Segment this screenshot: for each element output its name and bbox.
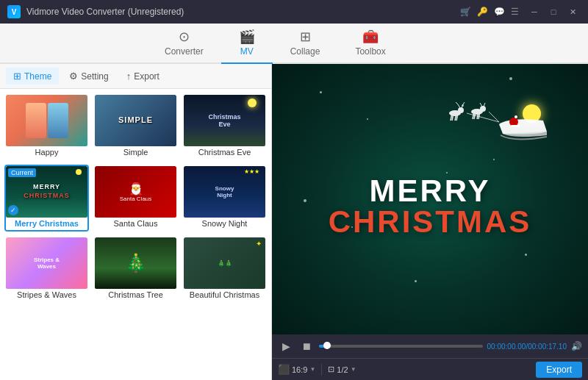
toolbox-icon: 🧰 <box>362 29 379 45</box>
title-bar: V Vidmore Video Converter (Unregistered)… <box>0 0 588 24</box>
theme-simple[interactable]: SIMPLE Simple <box>93 93 178 160</box>
cart-icon[interactable]: 🛒 <box>460 7 471 17</box>
setting-tab[interactable]: ⚙ Setting <box>62 68 115 85</box>
aspect-ratio-icon: ⬛ <box>278 364 290 375</box>
theme-beautiful-christmas-label: Beautiful Christmas <box>184 289 265 301</box>
theme-christmas-tree-thumb: 🎄 <box>95 237 176 289</box>
santa-sleigh-svg <box>440 91 573 157</box>
current-badge: Current <box>8 168 36 177</box>
setting-tab-label: Setting <box>81 71 108 82</box>
right-panel: MERRY CHRISTMAS ▶ ⏹ 00:00:00.00/00:00:17… <box>272 64 588 380</box>
app-icon: V <box>7 5 21 18</box>
svg-line-9 <box>462 104 463 108</box>
theme-beautiful-christmas-thumb: 🎄🎄 ✦ <box>184 237 265 289</box>
tab-mv[interactable]: 🎬 MV <box>221 23 273 64</box>
tab-converter-label: Converter <box>165 46 204 57</box>
svg-point-16 <box>480 106 486 112</box>
tab-toolbox[interactable]: 🧰 Toolbox <box>337 23 403 64</box>
app-title: Vidmore Video Converter (Unregistered) <box>26 7 460 17</box>
aspect-ratio-select[interactable]: ⬛ 16:9 ▼ <box>278 364 315 375</box>
copy-select[interactable]: ⊡ 1/2 ▼ <box>328 365 356 374</box>
mv-icon: 🎬 <box>239 29 255 45</box>
left-panel: ⊞ Theme ⚙ Setting ↑ Export <box>0 64 272 380</box>
svg-line-18 <box>484 103 485 107</box>
theme-santa-claus-label: Santa Claus <box>95 218 176 230</box>
export-bar: ⬛ 16:9 ▼ ⊡ 1/2 ▼ Export <box>272 358 588 380</box>
time-display: 00:00:00.00/00:00:17.10 <box>487 343 567 351</box>
preview-bg: MERRY CHRISTMAS <box>272 64 588 334</box>
copy-icon: ⊡ <box>328 365 334 374</box>
svg-line-17 <box>480 103 482 107</box>
theme-stripes-waves-label: Stripes & Waves <box>6 289 87 301</box>
export-tab-label: Export <box>134 71 159 82</box>
theme-grid-icon: ⊞ <box>13 71 21 82</box>
title-icons: 🛒 🔑 💬 ☰ <box>460 7 519 17</box>
minimize-button[interactable]: ─ <box>526 5 542 18</box>
stop-button[interactable]: ⏹ <box>298 338 315 354</box>
nav-tabs: ⊙ Converter 🎬 MV ⊞ Collage 🧰 Toolbox <box>0 24 588 64</box>
theme-snowy-night-thumb: SnowyNight ★★★ <box>184 166 265 218</box>
tab-mv-label: MV <box>240 46 254 57</box>
theme-snowy-night[interactable]: SnowyNight ★★★ Snowy Night <box>182 165 267 232</box>
theme-simple-label: Simple <box>95 146 176 159</box>
svg-line-10 <box>463 102 465 104</box>
theme-happy-thumb <box>6 95 87 146</box>
aspect-ratio-value: 16:9 <box>292 365 307 374</box>
theme-simple-thumb: SIMPLE <box>95 95 176 146</box>
theme-tab-label: Theme <box>24 71 51 82</box>
tab-toolbox-label: Toolbox <box>355 46 385 57</box>
svg-rect-22 <box>511 125 520 127</box>
svg-point-23 <box>514 115 517 118</box>
copy-dropdown-icon: ▼ <box>351 366 356 373</box>
player-controls: ▶ ⏹ 00:00:00.00/00:00:17.10 🔊 <box>272 334 588 358</box>
separator <box>321 364 322 376</box>
progress-bar[interactable] <box>319 345 483 348</box>
export-arrow-icon: ↑ <box>126 71 132 82</box>
copy-count: 1/2 <box>337 365 348 374</box>
theme-christmas-eve-thumb: ChristmasEve <box>184 95 265 146</box>
setting-gear-icon: ⚙ <box>69 71 78 82</box>
main-layout: ⊞ Theme ⚙ Setting ↑ Export <box>0 64 588 380</box>
export-button[interactable]: Export <box>536 362 582 378</box>
theme-happy[interactable]: Happy <box>4 93 89 160</box>
tab-collage[interactable]: ⊞ Collage <box>273 23 338 64</box>
export-tab[interactable]: ↑ Export <box>119 68 167 85</box>
theme-snowy-night-label: Snowy Night <box>184 218 265 230</box>
ratio-dropdown-icon: ▼ <box>309 366 315 373</box>
theme-happy-label: Happy <box>6 146 87 159</box>
theme-christmas-tree[interactable]: 🎄 Christmas Tree <box>93 236 178 303</box>
theme-tab[interactable]: ⊞ Theme <box>6 68 59 85</box>
chat-icon[interactable]: 💬 <box>494 7 505 17</box>
play-button[interactable]: ▶ <box>278 338 294 354</box>
theme-stripes-waves-thumb: Stripes &Waves <box>6 237 87 289</box>
preview-text: MERRY CHRISTMAS <box>329 176 532 237</box>
close-button[interactable]: ✕ <box>564 5 581 18</box>
window-controls: ─ □ ✕ <box>526 5 581 18</box>
theme-grid: Happy SIMPLE Simple ChristmasEve Christm… <box>0 89 271 380</box>
theme-christmas-eve[interactable]: ChristmasEve Christmas Eve <box>182 93 267 160</box>
theme-santa-claus-thumb: 🎅 Santa Claus <box>95 166 176 218</box>
preview-area: MERRY CHRISTMAS <box>272 64 588 334</box>
theme-santa-claus[interactable]: 🎅 Santa Claus Santa Claus <box>93 165 178 232</box>
selected-check-icon: ✓ <box>8 205 18 215</box>
merry-text: MERRY <box>329 176 532 207</box>
svg-line-8 <box>456 103 458 104</box>
sub-nav: ⊞ Theme ⚙ Setting ↑ Export <box>0 64 271 89</box>
svg-point-5 <box>458 107 464 113</box>
theme-christmas-tree-label: Christmas Tree <box>95 289 176 301</box>
converter-icon: ⊙ <box>179 29 190 45</box>
theme-merry-christmas[interactable]: MERRYCHRISTMAS Current Merry Christmas ✓ <box>4 165 89 232</box>
progress-thumb <box>323 342 331 349</box>
theme-stripes-waves[interactable]: Stripes &Waves Stripes & Waves <box>4 236 89 303</box>
theme-beautiful-christmas[interactable]: 🎄🎄 ✦ Beautiful Christmas <box>182 236 267 303</box>
theme-christmas-eve-label: Christmas Eve <box>184 146 265 159</box>
volume-icon[interactable]: 🔊 <box>571 341 582 351</box>
collage-icon: ⊞ <box>300 29 311 45</box>
maximize-button[interactable]: □ <box>545 5 562 18</box>
tab-converter[interactable]: ⊙ Converter <box>147 23 221 64</box>
key-icon[interactable]: 🔑 <box>477 7 488 17</box>
christmas-text: CHRISTMAS <box>329 207 532 237</box>
menu-icon[interactable]: ☰ <box>511 7 519 17</box>
theme-merry-christmas-label: Merry Christmas <box>6 218 87 230</box>
svg-line-6 <box>458 104 460 108</box>
